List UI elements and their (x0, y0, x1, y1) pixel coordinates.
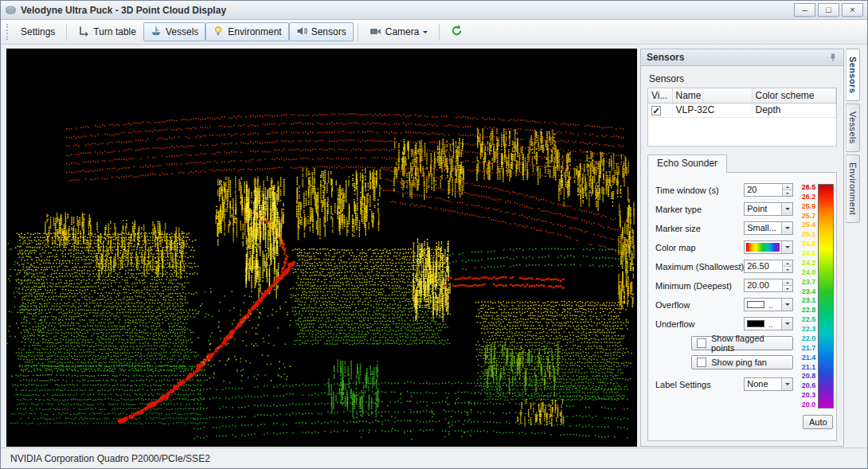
auto-button[interactable]: Auto (803, 415, 833, 429)
field-row-overflow: Overflow.. (655, 298, 793, 311)
window-title: Velodyne Ultra Puck - 3D Point Cloud Dis… (21, 5, 226, 16)
maximum-shallowest-spin-up[interactable] (783, 260, 792, 266)
overflow-dropdown-button[interactable] (781, 299, 792, 311)
maximize-button[interactable]: □ (818, 3, 839, 17)
sensor-table-head-row: Vi...NameColor scheme (648, 88, 836, 103)
turn-table-icon (78, 25, 89, 39)
sensor-row[interactable]: ✓VLP-32CDepth (648, 103, 836, 117)
overflow-dropdown[interactable]: .. (744, 298, 793, 311)
time-window-spin-up[interactable] (783, 184, 792, 190)
close-button[interactable]: × (842, 3, 863, 17)
sensor-table: Vi...NameColor scheme ✓VLP-32CDepth (647, 88, 837, 147)
arrow-down-icon (786, 193, 789, 196)
column-header-0[interactable]: Vi... (648, 88, 672, 103)
environment-icon (213, 25, 224, 39)
toolbar-button-vessels[interactable]: Vessels (143, 22, 205, 41)
arrow-up-icon (786, 261, 789, 264)
minimum-deepest-spin-buttons (782, 279, 792, 291)
label-settings-dropdown[interactable]: None (744, 377, 793, 391)
chevron-down-icon (785, 322, 790, 327)
time-window-label: Time window (s) (655, 186, 744, 195)
colorbar-label: 24.8 (802, 240, 816, 248)
time-window-value: 20 (745, 184, 782, 196)
side-tab-sensors[interactable]: Sensors (846, 49, 860, 101)
overflow-label: Overflow (655, 300, 744, 310)
chevron-down-icon (785, 227, 790, 232)
colorbar-label: 24.0 (802, 269, 816, 276)
maximum-shallowest-spin-down[interactable] (783, 266, 792, 272)
colormap-preview (746, 243, 780, 252)
sensors-panel-body: Sensors Vi...NameColor scheme ✓VLP-32CDe… (641, 66, 843, 446)
marker-type-dropdown-button[interactable] (781, 203, 792, 215)
maximum-shallowest-spin-buttons (782, 260, 792, 272)
colorbar-label: 21.4 (802, 354, 816, 362)
minimum-deepest-spin-up[interactable] (783, 279, 792, 285)
toolbar-separator (358, 24, 358, 41)
colorbar-label: 26.2 (802, 193, 816, 201)
marker-size-label: Marker size (655, 224, 744, 233)
arrow-down-icon (786, 288, 789, 291)
toolbar-button-camera[interactable]: Camera (362, 22, 436, 41)
color-map-dropdown-button[interactable] (781, 241, 792, 253)
column-header-1[interactable]: Name (672, 88, 752, 103)
minimum-deepest-spinner[interactable]: 20.00 (744, 279, 793, 292)
toolbar-button-turn-table[interactable]: Turn table (71, 22, 143, 41)
underflow-dropdown-button[interactable] (781, 318, 792, 330)
maximum-shallowest-spinner[interactable]: 26.50 (744, 260, 793, 273)
colorbar-label: 22.8 (802, 307, 816, 314)
color-map-label: Color map (655, 243, 744, 252)
label-settings-label: Label Settings (655, 380, 744, 389)
minimize-button[interactable]: – (794, 3, 815, 17)
show-flagged-points-checkbox[interactable] (697, 338, 706, 348)
minimum-deepest-spin-down[interactable] (783, 285, 792, 291)
pin-icon[interactable] (828, 53, 838, 62)
field-row-maximum-shallowest: Maximum (Shallowest)26.50 (655, 260, 793, 273)
sensors-group-label: Sensors (649, 73, 837, 84)
time-window-spin-down[interactable] (783, 190, 792, 196)
sensors-panel: Sensors Sensors Vi...NameColor scheme ✓V… (640, 49, 844, 447)
show-flagged-points-label: Show flagged points (711, 334, 788, 353)
label-settings-dropdown-button[interactable] (781, 378, 792, 390)
colorbar-label: 25.1 (802, 231, 816, 238)
colorbar-column: 26.526.225.925.725.425.124.824.524.224.0… (796, 183, 834, 436)
side-tab-environment[interactable]: Environment (846, 154, 860, 223)
echo-sounder-tab-strip: Echo Sounder (647, 154, 837, 172)
colorbar-label: 22.3 (802, 326, 816, 333)
column-header-2[interactable]: Color scheme (752, 88, 836, 103)
visible-checkbox[interactable]: ✓ (651, 106, 661, 115)
show-ping-fan-checkbox[interactable] (697, 358, 706, 367)
toolbar-button-label: Turn table (93, 26, 136, 37)
point-cloud-canvas[interactable] (6, 49, 637, 447)
colorbar: 26.526.225.925.725.425.124.824.524.224.0… (796, 184, 834, 408)
tab-echo-sounder[interactable]: Echo Sounder (647, 154, 727, 173)
visible-cell: ✓ (648, 103, 672, 117)
maximum-shallowest-value: 26.50 (745, 260, 782, 272)
toolbar-button-settings[interactable]: Settings (14, 22, 62, 41)
toolbar-button-label: Vessels (166, 26, 198, 37)
status-bar: NVIDIA Corporation Quadro P2000/PCIe/SSE… (1, 448, 867, 468)
side-tab-vessels[interactable]: Vessels (846, 104, 860, 152)
echo-sounder-content: Time window (s)20Marker typePointMarker … (647, 172, 837, 441)
sensor-table-body: ✓VLP-32CDepth (648, 103, 836, 117)
toolbar-button-environment[interactable]: Environment (205, 22, 288, 41)
field-row-marker-type: Marker typePoint (655, 202, 793, 216)
toolbar-grip (6, 24, 9, 40)
colorbar-gradient (818, 184, 834, 408)
colorbar-label: 26.5 (802, 184, 816, 191)
marker-size-dropdown-button[interactable] (781, 222, 792, 234)
colorbar-label: 22.5 (802, 316, 816, 323)
toolbar-button-sensors[interactable]: Sensors (289, 22, 354, 41)
time-window-spinner[interactable]: 20 (744, 183, 793, 197)
marker-type-dropdown[interactable]: Point (744, 202, 793, 216)
underflow-dropdown[interactable]: .. (744, 317, 793, 330)
minimum-deepest-label: Minimum (Deepest) (655, 281, 744, 291)
color-map-dropdown[interactable] (744, 240, 793, 254)
marker-size-dropdown[interactable]: Small... (744, 221, 793, 235)
show-ping-fan-button[interactable]: Show ping fan (691, 355, 793, 369)
colorbar-label: 20.6 (802, 382, 816, 389)
show-flagged-points-button[interactable]: Show flagged points (691, 336, 793, 350)
toolbar-button-refresh[interactable] (444, 22, 470, 41)
toolbar-separator (66, 24, 67, 41)
underflow-label: Underflow (655, 319, 744, 329)
title-bar[interactable]: Velodyne Ultra Puck - 3D Point Cloud Dis… (1, 1, 867, 20)
